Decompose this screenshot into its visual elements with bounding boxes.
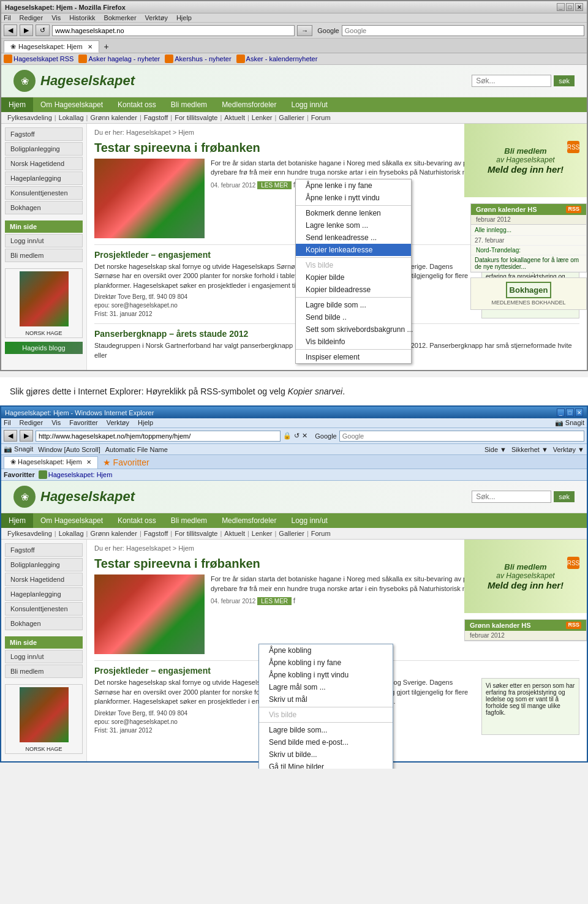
ie-nav-kontakt[interactable]: Kontakt oss xyxy=(110,513,164,528)
subnav-fag[interactable]: Fagstoff xyxy=(144,114,168,121)
ctx-bildeinfo[interactable]: Vis bildeinfo xyxy=(296,336,411,348)
ie-sb-konsulent[interactable]: Konsulenttjenesten xyxy=(5,602,83,616)
subnav-gallerier[interactable]: Gallerier xyxy=(279,114,304,121)
ctx-open-fane[interactable]: Åpne lenke i ny fane xyxy=(296,179,411,192)
bm-akershus[interactable]: Akershus - nyheter xyxy=(165,55,231,63)
ie-menu-hjelp[interactable]: Hjelp xyxy=(138,419,153,427)
ie-ctx-skriv-bilde[interactable]: Skriv ut bilde... xyxy=(259,748,393,761)
menu-bokmerker[interactable]: Bokmerker xyxy=(104,14,136,21)
ie-nav-bli[interactable]: Bli medlem xyxy=(164,513,214,528)
ie-minimize[interactable]: _ xyxy=(557,409,565,416)
ie-nav-hjem[interactable]: Hjem xyxy=(1,513,33,528)
ie-window-scroll[interactable]: Window [Auto Scroll] xyxy=(38,446,100,453)
ie-stop-icon[interactable]: ✕ xyxy=(302,432,307,440)
ie-subnav-tillits[interactable]: For tillitsvalgte xyxy=(175,530,217,537)
ie-nav-om[interactable]: Om Hageselskapet xyxy=(33,513,110,528)
ie-close[interactable]: ✕ xyxy=(575,409,583,416)
ctx-kopier-bilde[interactable]: Kopier bilde xyxy=(296,271,411,284)
ie-sb-bolig[interactable]: Boligplanlegging xyxy=(5,558,83,571)
subnav-forum[interactable]: Forum xyxy=(311,114,331,121)
ie-sb-fagstoff[interactable]: Fagstoff xyxy=(5,543,83,557)
ctx-bokmerk[interactable]: Bokmerk denne lenken xyxy=(296,207,411,219)
ie-menu-fil[interactable]: Fil xyxy=(4,419,11,427)
subnav-tillitsvalgte[interactable]: For tillitsvalgte xyxy=(175,114,217,121)
ie-subnav-gronn[interactable]: Grønn kalender xyxy=(90,530,137,537)
ctx-kopier-lenke[interactable]: Kopier lenkeadresse xyxy=(296,244,411,256)
ctx-kopier-bildeadr[interactable]: Kopier bildeadresse xyxy=(296,284,411,296)
ie-sb-logg[interactable]: Logg inn/ut xyxy=(5,650,83,663)
ie-sb-hagetidend[interactable]: Norsk Hagetidend xyxy=(5,573,83,586)
ie-address[interactable] xyxy=(36,431,281,442)
site-search-input[interactable] xyxy=(472,75,551,87)
ie-subnav-lokallag[interactable]: Lokallag xyxy=(59,530,84,537)
sidebar-logg[interactable]: Logg inn/ut xyxy=(5,234,83,247)
ie-snagit-icon[interactable]: 📷 Snagit xyxy=(555,419,584,427)
sidebar-fagstoff[interactable]: Fagstoff xyxy=(5,127,83,141)
ie-security-btn[interactable]: Sikkerhet ▼ xyxy=(511,446,548,453)
sidebar-konsulent[interactable]: Konsulenttjenesten xyxy=(5,186,83,200)
ie-subnav-fag[interactable]: Fagstoff xyxy=(144,530,168,537)
menu-hjelp[interactable]: Hjelp xyxy=(176,14,192,21)
menu-rediger[interactable]: Rediger xyxy=(20,14,43,21)
ie-subnav-forum[interactable]: Forum xyxy=(311,530,331,537)
ie-menu-verktoy[interactable]: Verktøy xyxy=(107,419,129,427)
ie-subnav-lenker[interactable]: Lenker xyxy=(252,530,273,537)
new-tab-btn[interactable]: + xyxy=(100,40,113,53)
ie-ctx-apne[interactable]: Åpne kobling xyxy=(259,644,393,657)
subnav-fylke[interactable]: Fylkesavdeling xyxy=(7,114,52,121)
ie-tools-btn[interactable]: Verktøy ▼ xyxy=(553,446,584,453)
menu-verktoy[interactable]: Verktøy xyxy=(145,14,168,21)
ie-tab-hageselskapet[interactable]: ❀ Hageselskapet: Hjem ✕ xyxy=(4,456,98,469)
ctx-inspiser[interactable]: Inspiser element xyxy=(296,351,411,363)
ie-search-btn[interactable]: søk xyxy=(554,491,575,502)
ie-ctx-send-epost[interactable]: Send bilde med e-post... xyxy=(259,736,393,748)
blog-link[interactable]: Hageids blogg xyxy=(5,342,83,354)
maximize-btn[interactable]: □ xyxy=(566,3,574,11)
ie-nav-med[interactable]: Medlemsfordeler xyxy=(214,513,284,528)
calendar-item-2[interactable]: Nord-Trøndelag: xyxy=(471,246,586,255)
ie-tab-close[interactable]: ✕ xyxy=(86,459,91,465)
ie-rss-icon-article[interactable]: RSS xyxy=(567,557,579,569)
nav-logg[interactable]: Logg inn/ut xyxy=(284,97,335,112)
subnav-lenker[interactable]: Lenker xyxy=(252,114,273,121)
calendar-item-1[interactable]: Alle innlegg... xyxy=(471,225,586,236)
ie-ctx-apne-fane[interactable]: Åpne kobling i ny fane xyxy=(259,657,393,669)
sidebar-hagetidend[interactable]: Norsk Hagetidend xyxy=(5,157,83,170)
ie-ctx-skriv-mal[interactable]: Skriv ut mål xyxy=(259,693,393,706)
ctx-open-vindu[interactable]: Åpne lenke i nytt vindu xyxy=(296,192,411,204)
ie-subnav-aktuelt[interactable]: Aktuelt xyxy=(224,530,245,537)
ctx-send-bilde[interactable]: Send bilde .. xyxy=(296,311,411,323)
ie-menu-favoritter[interactable]: Favoritter xyxy=(69,419,97,427)
rss-icon[interactable]: RSS xyxy=(567,141,579,153)
ie-favorites-star[interactable]: ★ Favoritter xyxy=(99,456,153,469)
ie-ctx-mine-bilder[interactable]: Gå til Mine bilder xyxy=(259,761,393,769)
bm-asker[interactable]: Asker hagelag - nyheter xyxy=(78,55,160,63)
go-btn[interactable]: → xyxy=(297,25,312,36)
ie-forward[interactable]: ▶ xyxy=(20,430,33,442)
nav-kontakt[interactable]: Kontakt oss xyxy=(110,97,164,112)
menu-vis[interactable]: Vis xyxy=(51,14,61,21)
address-bar[interactable] xyxy=(52,25,295,36)
calendar-item-2b[interactable]: Datakurs for lokallagene for å lære om d… xyxy=(471,255,586,272)
subnav-aktuelt[interactable]: Aktuelt xyxy=(224,114,245,121)
ie-ctx-lagre-bilde[interactable]: Lagre bilde som... xyxy=(259,724,393,736)
nav-hjem[interactable]: Hjem xyxy=(1,97,33,112)
reload-btn[interactable]: ↺ xyxy=(36,24,50,36)
subnav-gronn[interactable]: Grønn kalender xyxy=(90,114,137,121)
ie-ctx-apne-vindu[interactable]: Åpne kobling i nytt vindu xyxy=(259,669,393,681)
ie-sb-bli[interactable]: Bli medlem xyxy=(5,665,83,678)
ie-maximize[interactable]: □ xyxy=(566,409,574,416)
tab-hageselskapet[interactable]: ❀ Hageselskapet: Hjem ✕ xyxy=(4,40,99,53)
menu-fil[interactable]: Fil xyxy=(4,14,11,21)
ctx-bakgrunn[interactable]: Sett som skrivebordsbakgrunn ... xyxy=(296,323,411,336)
ie-autofile[interactable]: Automatic File Name xyxy=(105,446,168,453)
ie-les-mer[interactable]: LES MER xyxy=(257,597,292,605)
ctx-lagre[interactable]: Lagre lenke som ... xyxy=(296,219,411,232)
ie-refresh-icon[interactable]: ↺ xyxy=(294,432,300,440)
ie-ctx-lagre-mal[interactable]: Lagre mål som ... xyxy=(259,681,393,693)
ie-snagit-tb[interactable]: 📷 Snagit xyxy=(4,445,33,453)
bm-kalender[interactable]: Asker - kalendernyheter xyxy=(236,55,318,63)
sidebar-hageplanlegging[interactable]: Hageplanlegging xyxy=(5,171,83,185)
ie-subnav-gallerier[interactable]: Gallerier xyxy=(279,530,304,537)
ctx-send[interactable]: Send lenkeadresse ... xyxy=(296,232,411,244)
